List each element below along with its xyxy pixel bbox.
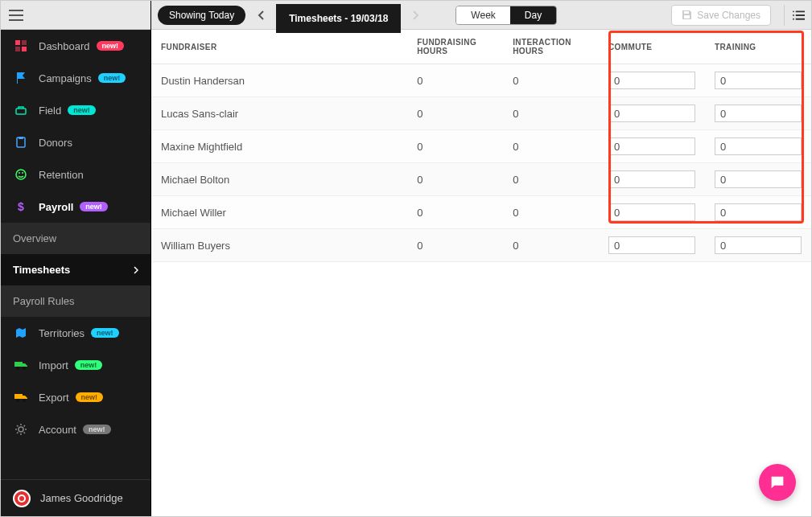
svg-text:$: $: [18, 201, 24, 212]
new-badge: new!: [68, 105, 96, 115]
sidebar-user[interactable]: James Goodridge: [1, 479, 150, 516]
svg-rect-1: [22, 40, 27, 45]
svg-point-24: [793, 18, 794, 19]
training-input[interactable]: [715, 203, 802, 221]
cell-commute: [599, 64, 705, 97]
sidebar-item-label: Retention: [39, 169, 84, 181]
prev-day-button[interactable]: [250, 5, 271, 26]
dollar-icon: $: [13, 201, 29, 212]
sidebar-item-label: Payroll: [39, 201, 73, 213]
svg-point-16: [23, 399, 26, 402]
save-icon: [682, 10, 692, 20]
cell-interaction-hours: 0: [503, 163, 599, 196]
commute-input[interactable]: [608, 170, 695, 188]
commute-input[interactable]: [608, 137, 695, 155]
cell-interaction-hours: 0: [503, 97, 599, 130]
cell-commute: [599, 163, 705, 196]
cell-interaction-hours: 0: [503, 130, 599, 163]
sidebar-item-account[interactable]: Accountnew!: [1, 413, 150, 445]
sidebar-item-label: Account: [39, 424, 76, 436]
cell-fundraiser: Michael Willer: [151, 196, 407, 229]
sub-item-label: Timesheets: [13, 264, 70, 276]
sidebar-item-dashboard[interactable]: Dashboardnew!: [1, 30, 150, 62]
sidebar-item-campaigns[interactable]: Campaignsnew!: [1, 62, 150, 94]
training-input[interactable]: [715, 236, 802, 254]
showing-today-pill[interactable]: Showing Today: [158, 6, 245, 25]
chevron-left-icon: [258, 10, 264, 20]
svg-rect-20: [684, 11, 689, 14]
save-label: Save Changes: [697, 10, 760, 21]
svg-point-23: [793, 14, 794, 16]
cell-fundraising-hours: 0: [407, 64, 503, 97]
table-row: Lucas Sans-clair00: [151, 97, 811, 130]
svg-point-19: [19, 496, 24, 501]
chat-fab[interactable]: [759, 464, 796, 501]
training-input[interactable]: [715, 105, 802, 122]
sidebar-item-retention[interactable]: Retention: [1, 158, 150, 191]
svg-point-12: [16, 367, 19, 370]
toolbar: Showing Today Timesheets - 19/03/18 Week…: [151, 1, 811, 30]
sidebar-item-label: Campaigns: [39, 72, 92, 84]
page-title: Timesheets - 19/03/18: [289, 13, 388, 24]
sidebar-toggle[interactable]: [1, 1, 150, 30]
segment-day[interactable]: Day: [510, 6, 556, 24]
training-input[interactable]: [715, 170, 802, 188]
commute-input[interactable]: [608, 203, 695, 221]
svg-point-9: [22, 172, 23, 174]
svg-point-8: [19, 172, 20, 174]
svg-rect-14: [14, 394, 23, 399]
timesheet-table: Fundraiser Fundraising Hours Interaction…: [151, 30, 811, 262]
sub-item-overview[interactable]: Overview: [1, 223, 150, 254]
cell-training: [705, 97, 811, 130]
sidebar-item-donors[interactable]: Donors: [1, 126, 150, 158]
sidebar: Dashboardnew!Campaignsnew!Fieldnew!Donor…: [1, 1, 151, 516]
sub-item-payroll-rules[interactable]: Payroll Rules: [1, 285, 150, 317]
field-icon: [13, 105, 29, 116]
table-row: William Buyers00: [151, 229, 811, 262]
cell-fundraising-hours: 0: [407, 163, 503, 196]
truck-out-icon: [13, 392, 29, 402]
svg-point-13: [23, 367, 26, 370]
sidebar-item-field[interactable]: Fieldnew!: [1, 94, 150, 126]
commute-input[interactable]: [608, 105, 695, 122]
new-badge: new!: [75, 360, 103, 370]
view-segment: Week Day: [455, 6, 557, 25]
next-day-button[interactable]: [406, 5, 427, 26]
commute-input[interactable]: [608, 72, 695, 89]
segment-week[interactable]: Week: [456, 6, 509, 24]
sidebar-item-payroll[interactable]: $Payrollnew!: [1, 191, 150, 223]
new-badge: new!: [91, 328, 119, 338]
cell-fundraiser: Maxine Mightfield: [151, 130, 407, 163]
cell-training: [705, 64, 811, 97]
cell-interaction-hours: 0: [503, 196, 599, 229]
sub-item-label: Payroll Rules: [13, 295, 75, 307]
sidebar-item-export[interactable]: Exportnew!: [1, 381, 150, 413]
sub-item-timesheets[interactable]: Timesheets: [1, 254, 150, 285]
list-icon: [793, 10, 805, 20]
svg-rect-6: [19, 137, 23, 139]
clipboard-icon: [13, 137, 29, 148]
commute-input[interactable]: [608, 236, 695, 254]
training-input[interactable]: [715, 72, 802, 89]
dashboard-icon: [13, 40, 29, 51]
cell-training: [705, 196, 811, 229]
cell-fundraising-hours: 0: [407, 229, 503, 262]
cell-fundraising-hours: 0: [407, 196, 503, 229]
training-input[interactable]: [715, 137, 802, 155]
sidebar-item-territories[interactable]: Territoriesnew!: [1, 317, 150, 349]
sidebar-item-label: Field: [39, 105, 61, 117]
chevron-right-icon: [134, 266, 138, 274]
svg-rect-21: [684, 15, 690, 18]
th-fundraiser: Fundraiser: [151, 30, 407, 64]
th-fundraising-hours: Fundraising Hours: [407, 30, 503, 64]
cell-fundraising-hours: 0: [407, 97, 503, 130]
sidebar-item-import[interactable]: Importnew!: [1, 349, 150, 381]
sidebar-item-label: Donors: [39, 137, 72, 149]
save-button[interactable]: Save Changes: [671, 5, 771, 26]
cell-fundraiser: William Buyers: [151, 229, 407, 262]
cell-training: [705, 163, 811, 196]
chevron-right-icon: [413, 10, 419, 20]
sidebar-item-label: Import: [39, 359, 68, 371]
list-view-button[interactable]: [784, 5, 805, 26]
svg-rect-0: [15, 40, 20, 45]
